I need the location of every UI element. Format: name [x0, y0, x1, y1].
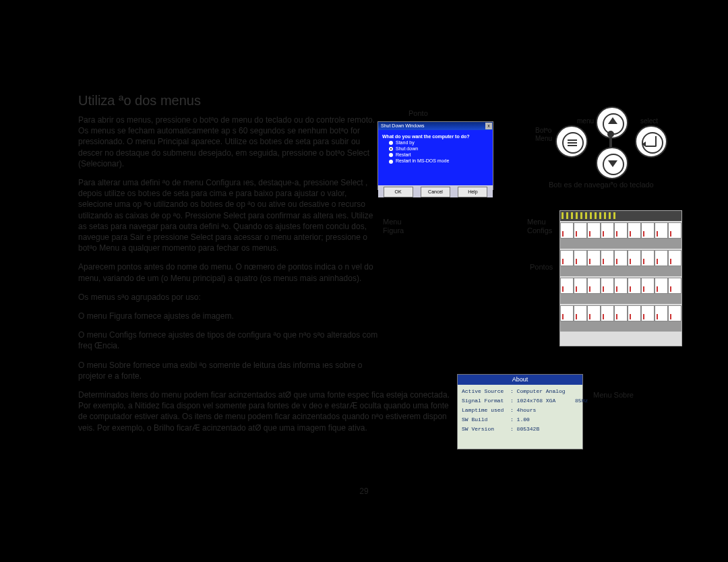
cancel-button: Cancel: [421, 187, 450, 197]
help-button: Help: [458, 187, 487, 197]
radio-option: Stand by: [389, 140, 489, 145]
dialog-body: What do you want the computer to do? Sta…: [378, 130, 493, 185]
menu-icon: [568, 138, 578, 148]
screenshot-menu-configs: [559, 210, 682, 346]
paragraph: Aparecem pontos antes do nome do menu. O…: [78, 261, 382, 283]
page-number: 29: [0, 487, 728, 496]
close-icon: x: [485, 123, 492, 129]
configs-row: [560, 250, 681, 266]
configs-row: [560, 278, 681, 294]
joystick-icon: [609, 136, 612, 148]
label-select-small: select: [640, 117, 658, 125]
window-title: Shut Down Windows: [381, 123, 425, 128]
about-row: Lamptime used : 4hours: [462, 407, 578, 413]
label-configs: Configs: [527, 226, 552, 235]
label-menu-small: menu: [577, 117, 594, 125]
label-botao-menu: Menu: [535, 135, 552, 142]
configs-row: [560, 305, 681, 321]
paragraph: Os menus sªo agrupados por uso:: [78, 292, 382, 303]
label-menu-sobre: Menu Sobre: [593, 391, 634, 399]
configs-bar: [560, 211, 681, 221]
enter-icon: [646, 136, 657, 147]
about-row: SW Version : 805342B: [462, 426, 578, 432]
bullet: O menu Configs fornece ajustes de tipos …: [78, 330, 382, 351]
opt-label: Restart: [396, 152, 411, 157]
radio-option: Shut down: [389, 146, 489, 151]
configs-bar: [560, 321, 681, 332]
label-ponto: Ponto: [408, 109, 428, 117]
configs-bar: [560, 266, 681, 276]
about-body: Active Source : Computer Analog Signal F…: [458, 385, 582, 439]
opt-label: Shut down: [396, 146, 418, 151]
chevron-down-icon: [608, 160, 617, 167]
keypad-illustration: Botªo Menu menu select: [545, 106, 679, 187]
label-pontos: Pontos: [530, 263, 553, 271]
opt-label: Restart in MS-DOS mode: [396, 158, 449, 163]
body-column: Para abrir os menus, pressione o botªo d…: [78, 115, 382, 441]
page-title: Utiliza ªo dos menus: [78, 93, 201, 108]
select-button[interactable]: [635, 125, 667, 158]
label-menu: Menu: [383, 218, 402, 226]
about-row: Active Source : Computer Analog: [462, 388, 578, 394]
screenshot-about-menu: About Active Source : Computer Analog Si…: [457, 374, 583, 449]
screenshot-main-menu: Shut Down Windows x What do you want the…: [377, 121, 493, 190]
label-botao: Botªo: [535, 127, 551, 134]
opt-label: Stand by: [396, 140, 415, 145]
dialog-buttonbar: OK Cancel Help: [378, 185, 493, 197]
bullet: O menu Figura fornece ajustes de imagem.: [78, 311, 382, 321]
label-figura: Figura: [383, 226, 404, 235]
nav-down-button[interactable]: [596, 147, 628, 179]
radio-option: Restart in MS-DOS mode: [389, 158, 489, 163]
label-nav-caption: Botı es de navegaıªo do teclado: [549, 181, 654, 189]
ok-button: OK: [384, 187, 413, 197]
paragraph: Determinados itens do menu podem ficar a…: [78, 389, 456, 433]
window-titlebar: Shut Down Windows x: [378, 122, 493, 130]
configs-bar: [560, 239, 681, 249]
menu-button[interactable]: [555, 125, 588, 158]
label-menu2: Menu: [527, 218, 546, 226]
radio-option: Restart: [389, 152, 489, 157]
paragraph: Para abrir os menus, pressione o botªo d…: [78, 115, 382, 169]
about-header: About: [458, 375, 582, 385]
chevron-up-icon: [608, 117, 617, 124]
page: Utiliza ªo dos menus Para abrir os menus…: [0, 0, 728, 562]
about-row: Signal Format : 1024x768 XGA 85Hz: [462, 398, 578, 404]
bullet: O menu Sobre fornece uma exibi ªo soment…: [78, 360, 382, 381]
paragraph: Para alterar uma defini ªo de menu Confi…: [78, 177, 382, 253]
configs-row: [560, 222, 681, 239]
menu-button-inner: [562, 132, 584, 154]
about-row: SW Build : 1.00: [462, 416, 578, 423]
dialog-question: What do you want the computer to do?: [382, 134, 489, 139]
configs-bar: [560, 294, 681, 304]
